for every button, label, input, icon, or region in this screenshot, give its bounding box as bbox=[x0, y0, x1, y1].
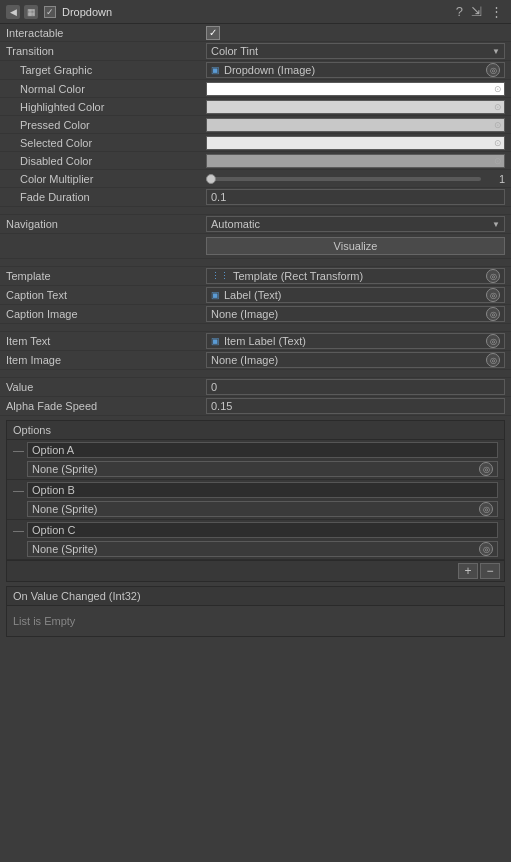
disabled-color-label: Disabled Color bbox=[6, 155, 206, 167]
option-c-sprite-picker[interactable]: ◎ bbox=[479, 542, 493, 556]
highlighted-color-picker[interactable]: ⊙ bbox=[494, 102, 502, 112]
item-text-row: Item Text ▣ Item Label (Text) ◎ bbox=[0, 332, 511, 351]
option-c-name-input[interactable] bbox=[27, 522, 498, 538]
interactable-label: Interactable bbox=[6, 27, 206, 39]
item-text-picker[interactable]: ◎ bbox=[486, 334, 500, 348]
help-icon[interactable]: ? bbox=[454, 4, 465, 19]
option-b-name-row: — bbox=[7, 480, 504, 500]
option-b-sprite-row: None (Sprite) ◎ bbox=[7, 500, 504, 519]
target-graphic-picker[interactable]: ◎ bbox=[486, 63, 500, 77]
template-row: Template ⋮⋮ Template (Rect Transform) ◎ bbox=[0, 267, 511, 286]
selected-color-value: ⊙ bbox=[206, 136, 505, 150]
transition-row: Transition Color Tint ▼ bbox=[0, 42, 511, 61]
option-a-sprite-picker[interactable]: ◎ bbox=[479, 462, 493, 476]
normal-color-picker[interactable]: ⊙ bbox=[494, 84, 502, 94]
value-row: Value bbox=[0, 378, 511, 397]
fade-duration-input[interactable] bbox=[206, 189, 505, 205]
target-graphic-icon: ▣ bbox=[211, 65, 220, 75]
value-input[interactable] bbox=[206, 379, 505, 395]
transition-label: Transition bbox=[6, 45, 206, 57]
selected-color-picker[interactable]: ⊙ bbox=[494, 138, 502, 148]
fade-duration-row: Fade Duration bbox=[0, 188, 511, 207]
color-multiplier-row: Color Multiplier 1 bbox=[0, 170, 511, 188]
disabled-color-picker[interactable]: ⊙ bbox=[494, 156, 502, 166]
visualize-button[interactable]: Visualize bbox=[206, 237, 505, 255]
spacer-3 bbox=[0, 324, 511, 332]
selected-color-field[interactable]: ⊙ bbox=[206, 136, 505, 150]
event-section: On Value Changed (Int32) List is Empty bbox=[6, 586, 505, 637]
option-b-sprite-picker[interactable]: ◎ bbox=[479, 502, 493, 516]
event-header: On Value Changed (Int32) bbox=[7, 587, 504, 606]
menu-icon[interactable]: ⋮ bbox=[488, 4, 505, 19]
pressed-color-value: ⊙ bbox=[206, 118, 505, 132]
navigation-label: Navigation bbox=[6, 218, 206, 230]
selected-color-row: Selected Color ⊙ bbox=[0, 134, 511, 152]
slider-thumb[interactable] bbox=[206, 174, 216, 184]
alpha-fade-value bbox=[206, 398, 505, 414]
item-image-picker[interactable]: ◎ bbox=[486, 353, 500, 367]
option-c-sprite-field[interactable]: None (Sprite) ◎ bbox=[27, 541, 498, 557]
option-a-dash: — bbox=[13, 444, 23, 456]
spacer-1 bbox=[0, 207, 511, 215]
component-checkbox[interactable]: ✓ bbox=[44, 6, 56, 18]
item-image-value: None (Image) ◎ bbox=[206, 352, 505, 368]
caption-image-picker[interactable]: ◎ bbox=[486, 307, 500, 321]
navigation-row: Navigation Automatic ▼ bbox=[0, 215, 511, 234]
pressed-color-label: Pressed Color bbox=[6, 119, 206, 131]
color-multiplier-value: 1 bbox=[206, 173, 505, 185]
normal-color-row: Normal Color ⊙ bbox=[0, 80, 511, 98]
value-value bbox=[206, 379, 505, 395]
caption-text-field[interactable]: ▣ Label (Text) ◎ bbox=[206, 287, 505, 303]
caption-image-row: Caption Image None (Image) ◎ bbox=[0, 305, 511, 324]
options-header: Options bbox=[7, 421, 504, 440]
item-image-field[interactable]: None (Image) ◎ bbox=[206, 352, 505, 368]
item-text-label: Item Text bbox=[6, 335, 206, 347]
add-option-button[interactable]: + bbox=[458, 563, 478, 579]
item-text-value: ▣ Item Label (Text) ◎ bbox=[206, 333, 505, 349]
transition-value: Color Tint ▼ bbox=[206, 43, 505, 59]
caption-text-icon: ▣ bbox=[211, 290, 220, 300]
event-body: List is Empty bbox=[7, 606, 504, 636]
transition-dropdown[interactable]: Color Tint ▼ bbox=[206, 43, 505, 59]
alpha-fade-label: Alpha Fade Speed bbox=[6, 400, 206, 412]
normal-color-field[interactable]: ⊙ bbox=[206, 82, 505, 96]
interactable-checkbox[interactable]: ✓ bbox=[206, 26, 220, 40]
normal-color-label: Normal Color bbox=[6, 83, 206, 95]
title-bar-icons: ◀ ▦ bbox=[6, 5, 38, 19]
caption-image-label: Caption Image bbox=[6, 308, 206, 320]
disabled-color-field[interactable]: ⊙ bbox=[206, 154, 505, 168]
remove-option-button[interactable]: − bbox=[480, 563, 500, 579]
option-a-name-input[interactable] bbox=[27, 442, 498, 458]
interactable-row: Interactable ✓ bbox=[0, 24, 511, 42]
layout-icon[interactable]: ⇲ bbox=[469, 4, 484, 19]
alpha-fade-input[interactable] bbox=[206, 398, 505, 414]
caption-image-value: None (Image) ◎ bbox=[206, 306, 505, 322]
option-b-sprite-field[interactable]: None (Sprite) ◎ bbox=[27, 501, 498, 517]
pressed-color-picker[interactable]: ⊙ bbox=[494, 120, 502, 130]
transition-arrow: ▼ bbox=[492, 47, 500, 56]
target-graphic-field[interactable]: ▣ Dropdown (Image) ◎ bbox=[206, 62, 505, 78]
option-a-sprite-field[interactable]: None (Sprite) ◎ bbox=[27, 461, 498, 477]
template-field[interactable]: ⋮⋮ Template (Rect Transform) ◎ bbox=[206, 268, 505, 284]
item-text-field[interactable]: ▣ Item Label (Text) ◎ bbox=[206, 333, 505, 349]
pressed-color-field[interactable]: ⊙ bbox=[206, 118, 505, 132]
option-c-dash: — bbox=[13, 524, 23, 536]
option-item-1: — None (Sprite) ◎ bbox=[7, 480, 504, 520]
option-b-name-input[interactable] bbox=[27, 482, 498, 498]
inspector-body: Interactable ✓ Transition Color Tint ▼ T… bbox=[0, 24, 511, 637]
title-bar-actions: ? ⇲ ⋮ bbox=[454, 4, 505, 19]
template-picker[interactable]: ◎ bbox=[486, 269, 500, 283]
options-add-remove: + − bbox=[7, 560, 504, 581]
event-empty-label: List is Empty bbox=[13, 615, 75, 627]
caption-image-field[interactable]: None (Image) ◎ bbox=[206, 306, 505, 322]
caption-text-picker[interactable]: ◎ bbox=[486, 288, 500, 302]
disabled-color-row: Disabled Color ⊙ bbox=[0, 152, 511, 170]
highlighted-color-field[interactable]: ⊙ bbox=[206, 100, 505, 114]
grid-icon[interactable]: ▦ bbox=[24, 5, 38, 19]
arrow-icon[interactable]: ◀ bbox=[6, 5, 20, 19]
visualize-row: Visualize bbox=[0, 234, 511, 259]
options-section: Options — None (Sprite) ◎ — None bbox=[6, 420, 505, 582]
template-value: ⋮⋮ Template (Rect Transform) ◎ bbox=[206, 268, 505, 284]
color-multiplier-slider[interactable]: 1 bbox=[206, 173, 505, 185]
navigation-dropdown[interactable]: Automatic ▼ bbox=[206, 216, 505, 232]
